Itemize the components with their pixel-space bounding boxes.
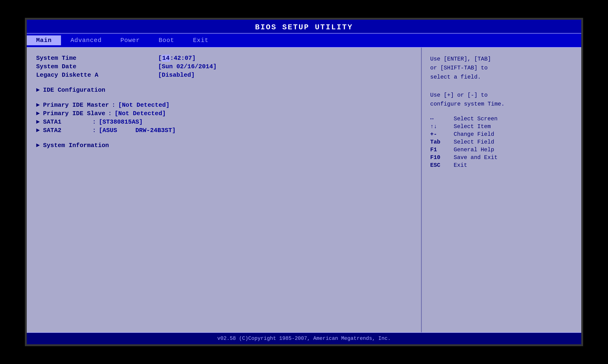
- legacy-diskette-label: Legacy Diskette A: [36, 72, 158, 78]
- primary-ide-master-arrow: ►: [36, 102, 40, 109]
- primary-ide-slave-label: Primary IDE Slave: [43, 110, 105, 117]
- bios-screen: BIOS SETUP UTILITY MainAdvancedPowerBoot…: [25, 18, 583, 346]
- sata1-value: [ST380815AS]: [99, 118, 142, 126]
- system-info-label: System Information: [43, 142, 109, 149]
- key-label: ↑↓: [430, 123, 449, 130]
- primary-ide-master-sep: :: [112, 102, 116, 109]
- primary-ide-master-value: [Not Detected]: [118, 102, 169, 109]
- title-text: BIOS SETUP UTILITY: [255, 23, 353, 32]
- legacy-diskette-row[interactable]: Legacy Diskette A [Disabled]: [36, 72, 412, 78]
- time-hour: 14: [162, 55, 170, 62]
- keybind-section: ↔Select Screen↑↓Select Item+-Change Fiel…: [430, 116, 573, 169]
- right-panel: Use [ENTER], [TAB] or [SHIFT-TAB] to sel…: [422, 48, 581, 332]
- key-desc: General Help: [454, 147, 494, 153]
- sata2-arrow: ►: [36, 127, 40, 134]
- system-date-row[interactable]: System Date [Sun 02/16/2014]: [36, 63, 412, 70]
- key-label: ↔: [430, 116, 449, 122]
- primary-ide-master-label: Primary IDE Master: [43, 102, 109, 109]
- keybind-row: ESCExit: [430, 162, 573, 169]
- key-label: F1: [430, 147, 449, 153]
- system-info-arrow: ►: [36, 142, 40, 149]
- system-time-label: System Time: [36, 55, 158, 62]
- footer: v02.58 (C)Copyright 1985-2007, American …: [27, 332, 581, 344]
- menu-item-exit[interactable]: Exit: [184, 35, 218, 45]
- system-time-row[interactable]: System Time [14:42:07]: [36, 55, 412, 62]
- sata2-label: SATA2: [43, 127, 62, 134]
- sata2-row[interactable]: ► SATA2 : [ASUS DRW-24B3ST]: [36, 127, 412, 134]
- primary-ide-master-row[interactable]: ► Primary IDE Master : [Not Detected]: [36, 102, 412, 109]
- system-date-value: [Sun 02/16/2014]: [158, 63, 217, 70]
- keybind-row: ↔Select Screen: [430, 116, 573, 122]
- key-label: +-: [430, 131, 449, 137]
- bios-title: BIOS SETUP UTILITY: [27, 20, 581, 33]
- key-desc: Select Screen: [454, 116, 498, 122]
- primary-ide-slave-row[interactable]: ► Primary IDE Slave : [Not Detected]: [36, 110, 412, 117]
- ide-config-label: IDE Configuration: [43, 87, 105, 94]
- sata1-row[interactable]: ► SATA1 : [ST380815AS]: [36, 118, 412, 126]
- system-date-label: System Date: [36, 63, 158, 70]
- help-line-1: Use [ENTER], [TAB]: [430, 55, 573, 64]
- legacy-diskette-value: [Disabled]: [158, 72, 195, 78]
- key-desc: Select Item: [454, 123, 491, 130]
- help-line-5: configure system Time.: [430, 100, 573, 109]
- footer-text: v02.58 (C)Copyright 1985-2007, American …: [217, 336, 390, 341]
- sata2-value: [ASUS DRW-24B3ST]: [99, 127, 176, 134]
- system-info-row[interactable]: ► System Information: [36, 142, 412, 149]
- key-desc: Exit: [454, 162, 467, 169]
- left-panel: System Time [14:42:07] System Date [Sun …: [27, 48, 422, 332]
- keybind-row: ↑↓Select Item: [430, 123, 573, 130]
- menu-item-boot[interactable]: Boot: [149, 35, 183, 45]
- sata1-sep: :: [92, 118, 96, 126]
- sata1-label: SATA1: [43, 118, 62, 126]
- keybind-row: TabSelect Field: [430, 139, 573, 145]
- help-line-4: Use [+] or [-] to: [430, 91, 573, 100]
- menu-item-power[interactable]: Power: [111, 35, 149, 45]
- sata1-arrow: ►: [36, 118, 40, 126]
- system-time-value: [14:42:07]: [158, 55, 196, 62]
- key-label: ESC: [430, 162, 449, 169]
- content-area: System Time [14:42:07] System Date [Sun …: [27, 48, 581, 332]
- key-desc: Save and Exit: [454, 154, 498, 161]
- ide-config-arrow: ►: [36, 87, 40, 94]
- keybind-row: F1General Help: [430, 147, 573, 153]
- help-line-3: select a field.: [430, 73, 573, 82]
- ide-config-row[interactable]: ► IDE Configuration: [36, 87, 412, 94]
- menu-item-advanced[interactable]: Advanced: [61, 35, 111, 45]
- key-label: F10: [430, 154, 449, 161]
- key-label: Tab: [430, 139, 449, 145]
- sata2-sep: :: [92, 127, 96, 134]
- key-desc: Select Field: [454, 139, 494, 145]
- keybind-row: F10Save and Exit: [430, 154, 573, 161]
- menu-item-main[interactable]: Main: [27, 35, 61, 45]
- menu-bar[interactable]: MainAdvancedPowerBootExit: [27, 33, 581, 48]
- primary-ide-slave-sep: :: [108, 110, 112, 117]
- keybind-row: +-Change Field: [430, 131, 573, 137]
- primary-ide-slave-arrow: ►: [36, 110, 40, 117]
- key-desc: Change Field: [454, 131, 494, 137]
- primary-ide-slave-value: [Not Detected]: [115, 110, 166, 117]
- help-text: Use [ENTER], [TAB] or [SHIFT-TAB] to sel…: [430, 55, 573, 109]
- help-line-2: or [SHIFT-TAB] to: [430, 64, 573, 72]
